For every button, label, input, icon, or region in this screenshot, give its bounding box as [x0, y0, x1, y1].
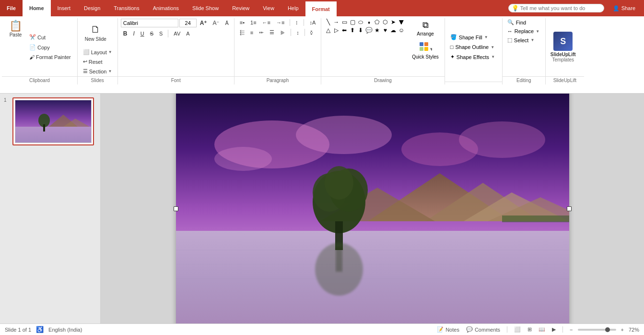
svg-text:▼: ▼ [429, 47, 432, 52]
clipboard-label: Clipboard [2, 76, 77, 83]
underline-button[interactable]: U [138, 29, 147, 38]
shape-cloud[interactable]: ☁ [389, 26, 397, 34]
tab-file[interactable]: File [0, 0, 23, 16]
para-sep4 [304, 29, 305, 36]
tab-animations[interactable]: Animations [146, 0, 186, 16]
col-count-button[interactable]: ⫶ [293, 18, 301, 27]
shape-arrow[interactable]: → [332, 18, 340, 26]
shape-callout[interactable]: 💬 [365, 26, 373, 34]
shape-rtri[interactable]: ▷ [332, 26, 340, 34]
replace-button[interactable]: ↔ Replace ▼ [505, 27, 541, 35]
decrease-indent-button[interactable]: ←≡ [260, 18, 273, 27]
slideuplift-button[interactable]: S SlideUpLift Templates [549, 30, 578, 64]
slide-image [176, 94, 569, 323]
tab-home[interactable]: Home [23, 0, 51, 16]
tab-slideshow[interactable]: Slide Show [186, 0, 225, 16]
find-button[interactable]: 🔍 Find [505, 18, 541, 26]
layout-dropdown-arrow: ▼ [108, 50, 112, 54]
tab-view[interactable]: View [256, 0, 281, 16]
shape-star[interactable]: ★ [373, 26, 381, 34]
zoom-in-button[interactable]: + [619, 326, 626, 334]
increase-font-button[interactable]: A⁺ [198, 18, 210, 28]
tab-design[interactable]: Design [77, 0, 107, 16]
reading-view-button[interactable]: 📖 [537, 325, 547, 334]
section-button[interactable]: ☰ Section ▼ [81, 67, 115, 76]
format-painter-button[interactable]: 🖌 Format Painter [27, 53, 73, 61]
text-direction-button[interactable]: ↕A [307, 18, 318, 27]
handle-mr[interactable] [567, 206, 572, 211]
shape-ellipse[interactable]: ⬭ [357, 18, 364, 26]
tab-help[interactable]: Help [281, 0, 305, 16]
quick-styles-button[interactable]: ▼ Quick Styles [409, 39, 442, 61]
svg-rect-23 [176, 231, 569, 324]
new-slide-button[interactable]: 🗋 New Slide [81, 18, 111, 47]
tab-review[interactable]: Review [225, 0, 256, 16]
comments-button[interactable]: 💬 Comments [464, 325, 502, 334]
justify-button[interactable]: ☰ [267, 28, 277, 37]
normal-view-button[interactable]: ⬜ [512, 325, 523, 334]
increase-indent-button[interactable]: →≡ [274, 18, 287, 27]
slide-thumbnail[interactable] [12, 97, 94, 145]
slide-1-container: 1 [4, 97, 96, 145]
columns-button[interactable]: ⫸ [278, 28, 288, 37]
shape-tri[interactable]: △ [324, 26, 332, 34]
align-left-button[interactable]: ⬱ [237, 28, 247, 37]
clear-format-button[interactable]: Ā [222, 19, 231, 27]
numbering-button[interactable]: 1≡ [248, 18, 259, 27]
zoom-slider[interactable] [578, 329, 616, 331]
cut-button[interactable]: ✂️ Cut [27, 33, 73, 42]
tell-me-input[interactable] [508, 4, 604, 12]
font-size-input[interactable] [179, 19, 197, 27]
shape-rect[interactable]: ▭ [340, 18, 348, 26]
line-spacing-button[interactable]: ↕ [294, 28, 302, 37]
handle-ml[interactable] [174, 206, 178, 211]
svg-rect-6 [15, 127, 92, 143]
font-name-input[interactable] [121, 19, 178, 27]
shape-outline-button[interactable]: □ Shape Outline ▼ [448, 43, 497, 51]
font-color-button[interactable]: A [184, 29, 192, 38]
text-shadow-button[interactable]: S [157, 29, 165, 38]
layout-button[interactable]: ⬜ Layout ▼ [81, 48, 115, 57]
align-right-button[interactable]: ⬰ [257, 28, 266, 37]
tab-transitions[interactable]: Transitions [107, 0, 146, 16]
convert-smartart-button[interactable]: ⧲ [308, 28, 316, 37]
slide-canvas[interactable] [176, 94, 569, 323]
zoom-out-button[interactable]: − [568, 326, 574, 334]
shape-rounded-rect[interactable]: ▢ [349, 18, 356, 26]
shape-format-label [445, 82, 502, 83]
shape-down-arrow[interactable]: ⬇ [357, 26, 364, 34]
shape-effects-button[interactable]: ✦ Shape Effects ▼ [448, 52, 497, 61]
shape-smiley[interactable]: ☺ [398, 26, 405, 34]
notes-button[interactable]: 📝 Notes [435, 325, 461, 334]
bullets-button[interactable]: ≡• [237, 18, 247, 27]
slide-sorter-button[interactable]: ⊞ [526, 325, 534, 334]
paste-button[interactable]: 📋 Paste [5, 18, 26, 76]
tab-format[interactable]: Format [305, 0, 337, 16]
shape-right-arrow[interactable]: ➤ [389, 18, 397, 26]
shape-line[interactable]: ╲ [324, 18, 332, 26]
shape-fill-button[interactable]: 🪣 Shape Fill ▼ [448, 33, 497, 42]
reset-button[interactable]: ↩ Reset [81, 57, 115, 66]
align-center-button[interactable]: ≡ [248, 28, 256, 37]
font-label: Font [118, 76, 234, 83]
select-button[interactable]: ⬚ Select ▼ [505, 36, 541, 44]
slideshow-button[interactable]: ▶ [550, 325, 558, 334]
shape-heart[interactable]: ♥ [381, 26, 389, 34]
char-spacing-button[interactable]: AV [171, 29, 183, 38]
decrease-font-button[interactable]: A⁻ [210, 18, 222, 28]
shape-pentagon[interactable]: ⬠ [373, 18, 381, 26]
arrange-button[interactable]: ⧉ Arrange [409, 18, 442, 38]
shape-more[interactable]: ⯆ [398, 18, 405, 26]
share-button[interactable]: 👤 Share [608, 0, 640, 16]
shape-left-arrow[interactable]: ⬅ [340, 26, 348, 34]
copy-button[interactable]: 📄 Copy [27, 43, 73, 52]
italic-button[interactable]: I [130, 29, 137, 38]
accessibility-icon[interactable]: ♿ [36, 326, 44, 333]
shape-diamond[interactable]: ⬧ [365, 18, 373, 26]
tab-insert[interactable]: Insert [51, 0, 78, 16]
bold-button[interactable]: B [121, 29, 130, 38]
strikethrough-button[interactable]: S [148, 29, 156, 38]
zoom-level[interactable]: 72% [629, 327, 639, 333]
shape-hexagon[interactable]: ⬡ [381, 18, 389, 26]
shape-up-arrow[interactable]: ⬆ [349, 26, 356, 34]
